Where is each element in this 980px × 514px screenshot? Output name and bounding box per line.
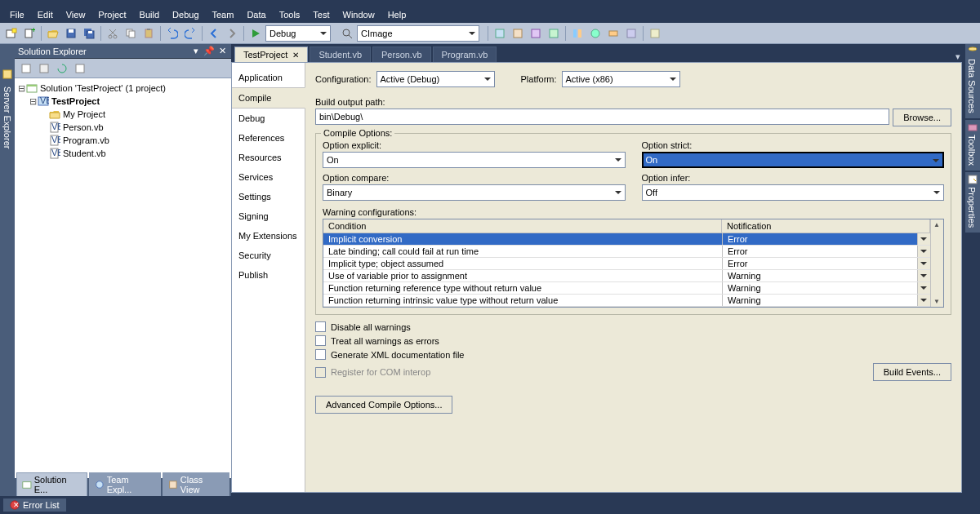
warning-row[interactable]: Function returning reference type withou… [323,282,930,295]
toolbox-tab[interactable]: Toolbox [965,120,980,171]
warning-row[interactable]: Implicit type; object assumedError [323,258,930,270]
tree-item[interactable]: Student.vb [63,147,106,160]
paste-icon[interactable] [140,25,157,42]
solution-node[interactable]: Solution 'TestProject' (1 project) [40,82,166,95]
configuration-select[interactable]: Active (Debug) [376,71,495,87]
tb-misc7-icon[interactable] [605,25,621,42]
panel-close-icon[interactable]: ✕ [216,46,228,57]
solution-tree[interactable]: ⊟ Solution 'TestProject' (1 project) ⊟ V… [15,78,231,478]
warning-notification-select[interactable]: Warning [722,282,930,294]
warning-notification-select[interactable]: Warning [722,270,930,281]
option-infer-select[interactable]: Off [642,184,945,201]
panel-dropdown-icon[interactable]: ▾ [190,46,202,57]
warning-grid[interactable]: Condition Notification Implicit conversi… [323,219,930,307]
nav-my-extensions[interactable]: My Extensions [232,226,305,246]
nav-back-icon[interactable] [206,25,222,42]
disable-warnings-checkbox[interactable] [315,321,326,332]
treat-errors-checkbox[interactable] [315,335,326,346]
team-explorer-tab[interactable]: Team Expl... [89,472,161,496]
view-code-icon[interactable] [72,60,88,77]
warning-row[interactable]: Use of variable prior to assignmentWarni… [323,270,930,282]
nav-publish[interactable]: Publish [232,265,305,285]
server-explorer-tab[interactable]: Server Explorer [0,44,15,496]
grid-scrollbar[interactable] [930,219,943,307]
config-combo[interactable]: Debug [265,25,331,42]
tb-misc9-icon[interactable] [647,25,663,42]
browse-button[interactable]: Browse... [893,109,951,126]
menu-team[interactable]: Team [206,8,241,21]
class-view-tab[interactable]: Class View [163,472,229,496]
tb-misc5-icon[interactable] [569,25,586,42]
tree-item[interactable]: My Project [63,108,105,121]
nav-references[interactable]: References [232,128,305,148]
properties-icon[interactable] [18,60,34,77]
find-icon[interactable] [339,25,355,42]
collapse-icon[interactable]: ⊟ [16,82,26,95]
data-sources-tab[interactable]: Data Sources [965,44,980,118]
warning-notification-select[interactable]: Error [722,233,930,245]
save-all-icon[interactable] [81,25,97,42]
nav-compile[interactable]: Compile [232,87,305,109]
option-strict-select[interactable]: On [642,152,945,168]
show-all-icon[interactable] [36,60,52,77]
nav-settings[interactable]: Settings [232,187,305,206]
build-events-button[interactable]: Build Events... [873,363,951,381]
refresh-icon[interactable] [54,60,70,77]
warning-row[interactable]: Implicit conversionError [323,233,930,246]
open-icon[interactable] [45,25,61,42]
tb-misc4-icon[interactable] [546,25,562,42]
warning-notification-select[interactable]: Warning [722,295,930,306]
menu-build[interactable]: Build [133,8,166,21]
find-combo[interactable]: CImage [357,25,479,42]
new-project-icon[interactable] [3,25,20,42]
build-output-input[interactable]: bin\Debug\ [315,109,889,125]
nav-fwd-icon[interactable] [224,25,240,42]
doc-tab-person[interactable]: Person.vb [372,47,431,62]
option-compare-select[interactable]: Binary [323,184,626,201]
col-notification[interactable]: Notification [722,219,930,233]
menu-project[interactable]: Project [91,8,132,21]
tb-misc1-icon[interactable] [492,25,508,42]
nav-resources[interactable]: Resources [232,148,305,167]
platform-select[interactable]: Active (x86) [562,71,680,87]
nav-debug[interactable]: Debug [232,109,305,128]
tb-misc8-icon[interactable] [623,25,639,42]
col-condition[interactable]: Condition [323,219,722,233]
tb-misc2-icon[interactable] [510,25,526,42]
tb-misc3-icon[interactable] [528,25,544,42]
panel-pin-icon[interactable]: 📌 [203,46,215,57]
menu-debug[interactable]: Debug [166,8,205,21]
warning-notification-select[interactable]: Error [722,258,930,269]
warning-row[interactable]: Late binding; call could fail at run tim… [323,246,930,258]
collapse-icon[interactable]: ⊟ [28,95,38,108]
menu-tools[interactable]: Tools [273,8,307,21]
nav-security[interactable]: Security [232,246,305,265]
project-node[interactable]: TestProject [51,95,100,108]
menu-data[interactable]: Data [240,8,272,21]
doc-tab-program[interactable]: Program.vb [433,47,497,62]
doc-tab-project[interactable]: TestProject✕ [234,47,308,62]
menu-test[interactable]: Test [306,8,336,21]
error-list-tab[interactable]: ✕ Error List [3,498,66,512]
option-explicit-select[interactable]: On [323,152,626,168]
menu-edit[interactable]: Edit [31,8,60,21]
tab-overflow-icon[interactable]: ▾ [951,51,965,62]
warning-notification-select[interactable]: Error [722,246,930,257]
doc-tab-student[interactable]: Student.vb [310,47,371,62]
solution-explorer-tab[interactable]: Solution E... [16,472,87,496]
tree-item[interactable]: Program.vb [63,134,109,147]
tree-item[interactable]: Person.vb [63,121,104,134]
menu-help[interactable]: Help [381,8,413,21]
gen-xml-checkbox[interactable] [315,349,326,360]
start-debug-icon[interactable] [247,25,264,42]
nav-application[interactable]: Application [232,68,305,87]
menu-file[interactable]: File [3,8,31,21]
cut-icon[interactable] [105,25,121,42]
advanced-compile-button[interactable]: Advanced Compile Options... [315,396,452,414]
copy-icon[interactable] [122,25,139,42]
nav-services[interactable]: Services [232,167,305,187]
undo-icon[interactable] [164,25,180,42]
close-tab-icon[interactable]: ✕ [292,51,299,60]
redo-icon[interactable] [182,25,198,42]
menu-window[interactable]: Window [336,8,381,21]
